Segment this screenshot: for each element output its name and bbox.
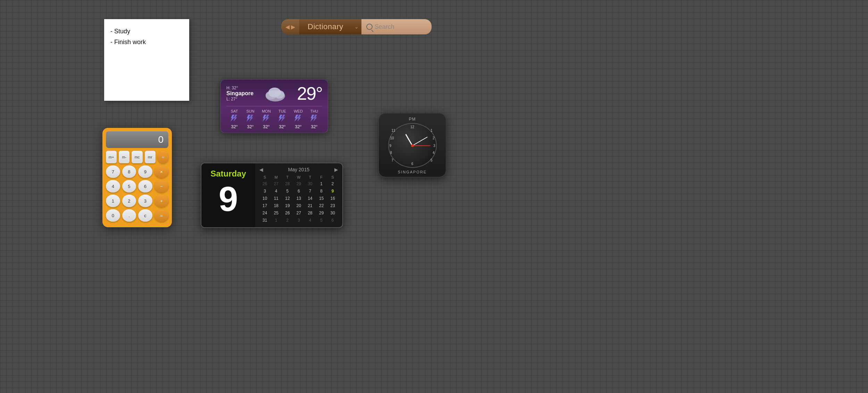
calc-btn-m-plus[interactable]: m+ [106, 151, 117, 163]
cal-cell-17[interactable]: 17 [259, 202, 270, 209]
dictionary-label: Dictionary [299, 19, 352, 34]
cal-cell-15[interactable]: 15 [316, 195, 327, 202]
prev-arrow-icon[interactable]: ◀ [285, 24, 290, 30]
lightning-icon [245, 115, 255, 122]
calc-btn-9[interactable]: 9 [138, 165, 152, 178]
clock-num-8: 8 [390, 151, 392, 155]
cal-hdr-s: S [259, 174, 270, 180]
next-arrow-icon[interactable]: ▶ [291, 24, 295, 30]
lightning-icon [229, 115, 239, 122]
cal-cell-22[interactable]: 22 [316, 202, 327, 209]
search-icon [366, 24, 373, 30]
cal-cell-1[interactable]: 1 [316, 180, 327, 187]
dropdown-arrow-icon: ⌄ [354, 24, 359, 30]
lightning-icon [261, 115, 271, 122]
cal-cell-8[interactable]: 8 [316, 188, 327, 195]
cal-cell-2[interactable]: 2 [327, 180, 338, 187]
cal-cell-5[interactable]: 5 [282, 188, 293, 195]
cal-cell-4[interactable]: 4 [271, 188, 282, 195]
dictionary-nav[interactable]: ◀ ▶ [281, 19, 299, 34]
cal-cell-28: 28 [282, 180, 293, 187]
cal-cell-30a: 30 [304, 180, 316, 187]
weather-days-forecast: SAT 32° SUN 32° MON [226, 106, 322, 129]
calc-btn-m-minus[interactable]: m- [119, 151, 130, 163]
cal-hdr-m: M [271, 174, 282, 180]
sticky-note-line1: - Study [110, 26, 183, 37]
svg-point-3 [268, 88, 281, 97]
cal-cell-13[interactable]: 13 [293, 195, 304, 202]
calc-btn-decimal[interactable]: . [122, 209, 136, 222]
cal-cell-21[interactable]: 21 [304, 202, 316, 209]
cal-cell-6[interactable]: 6 [293, 188, 304, 195]
calculator-row-2: 4 5 6 − [106, 180, 168, 193]
calc-btn-4[interactable]: 4 [106, 180, 120, 193]
cal-cell-11[interactable]: 11 [271, 195, 282, 202]
calc-btn-subtract[interactable]: − [155, 180, 169, 193]
cal-cell-19[interactable]: 19 [282, 202, 293, 209]
calc-btn-1[interactable]: 1 [106, 195, 120, 207]
cal-cell-3b: 3 [293, 217, 304, 224]
cal-cell-12[interactable]: 12 [282, 195, 293, 202]
weather-city: Singapore [226, 90, 253, 97]
weather-day-mon: MON 32° [258, 109, 274, 129]
weather-temperature: 29° [297, 84, 322, 103]
calendar-prev-arrow[interactable]: ◀ [259, 167, 263, 172]
cal-cell-29b[interactable]: 29 [316, 210, 327, 216]
cal-cell-25[interactable]: 25 [271, 210, 282, 216]
calc-btn-8[interactable]: 8 [122, 165, 136, 178]
weather-day-wed: WED 32° [290, 109, 306, 129]
calc-btn-0[interactable]: 0 [106, 209, 120, 222]
clock-num-7: 7 [392, 158, 394, 162]
cal-cell-7[interactable]: 7 [304, 188, 316, 195]
clock-num-10: 10 [390, 136, 394, 140]
cal-hdr-t: T [282, 174, 293, 180]
calc-btn-6[interactable]: 6 [138, 180, 152, 193]
cal-cell-29: 29 [293, 180, 304, 187]
calendar-left-panel: Saturday 9 [201, 163, 255, 227]
dictionary-search [361, 19, 432, 34]
cal-cell-23[interactable]: 23 [327, 202, 338, 209]
cal-cell-14[interactable]: 14 [304, 195, 316, 202]
calc-btn-7[interactable]: 7 [106, 165, 120, 178]
cal-cell-30b[interactable]: 30 [327, 210, 338, 216]
cal-cell-18[interactable]: 18 [271, 202, 282, 209]
calendar-next-arrow[interactable]: ▶ [334, 167, 338, 172]
cal-cell-20[interactable]: 20 [293, 202, 304, 209]
weather-day-thu: THU 32° [306, 109, 322, 129]
dictionary-dropdown[interactable]: ⌄ [352, 19, 361, 34]
cal-cell-26b[interactable]: 26 [282, 210, 293, 216]
weather-info: H: 32° Singapore L: 27° [226, 85, 253, 101]
weather-day-sat: SAT 32° [226, 109, 242, 129]
cal-cell-24[interactable]: 24 [259, 210, 270, 216]
calc-btn-5[interactable]: 5 [122, 180, 136, 193]
cal-cell-10[interactable]: 10 [259, 195, 270, 202]
cal-cell-3[interactable]: 3 [259, 188, 270, 195]
calc-btn-mc[interactable]: mc [132, 151, 142, 163]
calc-btn-mr[interactable]: mr [145, 151, 156, 163]
calc-btn-multiply[interactable]: × [155, 165, 169, 178]
calc-btn-equals[interactable]: = [155, 209, 169, 222]
lightning-icon [277, 115, 287, 122]
weather-widget: H: 32° Singapore L: 27° 29° SAT 32° [220, 79, 328, 133]
cal-cell-31[interactable]: 31 [259, 217, 270, 224]
calc-btn-2[interactable]: 2 [122, 195, 136, 207]
calendar-month-title: May 2015 [288, 167, 309, 172]
cal-cell-28b[interactable]: 28 [304, 210, 316, 216]
cal-hdr-w: W [293, 174, 304, 180]
cal-cell-1b: 1 [271, 217, 282, 224]
cal-cell-26: 26 [259, 180, 270, 187]
cal-cell-9-today[interactable]: 9 [327, 188, 338, 195]
search-input[interactable] [375, 23, 427, 31]
cal-cell-27b[interactable]: 27 [293, 210, 304, 216]
calc-btn-clear[interactable]: c [138, 209, 152, 222]
calc-btn-divide[interactable]: ÷ [158, 151, 168, 163]
calc-btn-3[interactable]: 3 [138, 195, 152, 207]
cal-cell-6b: 6 [327, 217, 338, 224]
weather-day-sun: SUN 32° [242, 109, 258, 129]
clock-num-3: 3 [433, 144, 435, 147]
clock-center-dot [411, 144, 414, 147]
clock-num-11: 11 [392, 129, 395, 132]
clock-num-1: 1 [431, 129, 433, 132]
calc-btn-add[interactable]: + [155, 195, 169, 207]
cal-cell-16[interactable]: 16 [327, 195, 338, 202]
